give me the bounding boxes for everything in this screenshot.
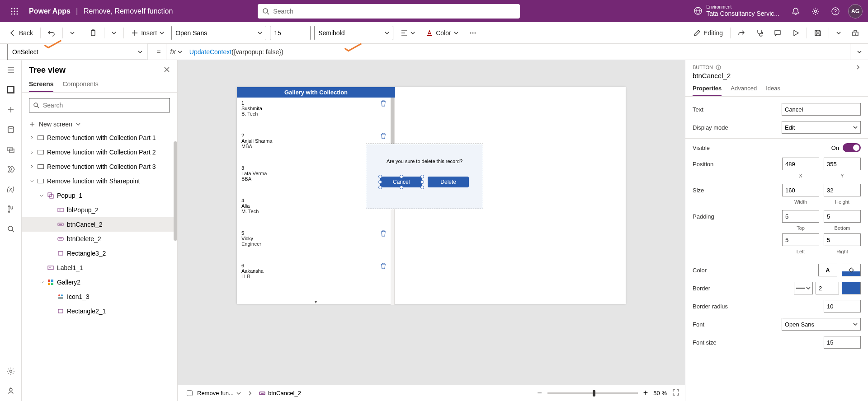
prop-border-style[interactable] bbox=[794, 282, 813, 294]
zoom-in-button[interactable]: + bbox=[643, 388, 648, 398]
control-name[interactable]: btnCancel_2 bbox=[693, 72, 861, 79]
tab-ideas[interactable]: Ideas bbox=[766, 85, 780, 96]
fx-label[interactable]: fx bbox=[166, 44, 185, 60]
notifications-icon[interactable] bbox=[787, 2, 805, 20]
publish-button[interactable] bbox=[848, 28, 863, 38]
prop-displaymode-select[interactable]: Edit bbox=[782, 121, 861, 134]
tab-advanced[interactable]: Advanced bbox=[731, 85, 757, 96]
tree-item[interactable]: Gallery2 bbox=[22, 275, 177, 289]
prop-fill-color[interactable] bbox=[842, 264, 861, 276]
tab-components[interactable]: Components bbox=[62, 80, 98, 92]
virtual-agent-icon[interactable] bbox=[6, 387, 15, 396]
chevron-right-icon[interactable] bbox=[855, 65, 861, 70]
prop-position-x[interactable] bbox=[782, 158, 819, 170]
help-icon[interactable] bbox=[826, 2, 844, 20]
insert-rail-icon[interactable] bbox=[6, 105, 15, 114]
prop-position-y[interactable] bbox=[824, 158, 861, 170]
save-button[interactable] bbox=[811, 28, 825, 38]
tab-screens[interactable]: Screens bbox=[29, 80, 53, 92]
prop-border-color[interactable] bbox=[842, 282, 861, 294]
new-screen-button[interactable]: New screen bbox=[22, 118, 177, 131]
trash-icon[interactable] bbox=[381, 100, 386, 107]
hamburger-icon[interactable] bbox=[6, 65, 15, 75]
waffle-icon[interactable] bbox=[4, 8, 25, 15]
tree-item[interactable]: Rectangle3_2 bbox=[22, 246, 177, 261]
property-select[interactable]: OnSelect bbox=[7, 44, 147, 60]
zoom-slider[interactable] bbox=[547, 392, 638, 394]
prop-size-width[interactable] bbox=[782, 184, 819, 196]
tree-item[interactable]: btnCancel_2 bbox=[22, 217, 177, 232]
search-rail-icon[interactable] bbox=[6, 224, 15, 233]
preview-button[interactable] bbox=[788, 28, 803, 38]
tree-view-icon[interactable] bbox=[6, 85, 15, 94]
settings-icon[interactable] bbox=[807, 2, 825, 20]
prop-padding-left[interactable] bbox=[782, 233, 819, 246]
undo-dropdown[interactable] bbox=[66, 29, 78, 37]
tree-item[interactable]: Icon1_3 bbox=[22, 289, 177, 304]
tree-item[interactable]: Remove function with Collection Part 3 bbox=[22, 159, 177, 174]
checker-button[interactable] bbox=[752, 28, 767, 38]
prop-padding-right[interactable] bbox=[824, 233, 861, 246]
prop-padding-bottom[interactable] bbox=[824, 210, 861, 223]
tree-item[interactable]: Rectangle2_1 bbox=[22, 304, 177, 318]
delete-button[interactable]: Delete bbox=[428, 177, 469, 187]
tree-item[interactable]: Label1_1 bbox=[22, 261, 177, 275]
prop-text-color[interactable]: A bbox=[818, 264, 837, 276]
gallery-item[interactable]: 5VickyEngineer bbox=[237, 228, 394, 260]
environment-picker[interactable]: Environment Tata Consultancy Servic... bbox=[693, 5, 779, 18]
more-options-button[interactable] bbox=[466, 28, 480, 38]
tree-search[interactable] bbox=[29, 98, 170, 112]
trash-icon[interactable] bbox=[381, 263, 386, 270]
prop-text-input[interactable] bbox=[782, 103, 861, 116]
tree-item[interactable]: Popup_1 bbox=[22, 188, 177, 203]
comments-button[interactable] bbox=[770, 28, 785, 38]
prop-border-width[interactable] bbox=[816, 282, 839, 294]
search-input[interactable] bbox=[273, 8, 515, 15]
app-screen[interactable]: Gallery with Collection 1SushmitaB. Tech… bbox=[237, 87, 626, 304]
paste-dropdown[interactable] bbox=[108, 29, 120, 37]
back-button[interactable]: Back bbox=[5, 28, 37, 38]
breadcrumb-control[interactable]: btnCancel_2 bbox=[255, 389, 305, 397]
tree-item[interactable]: lblPopup_2 bbox=[22, 203, 177, 217]
share-button[interactable] bbox=[734, 28, 749, 38]
flow-rail-icon[interactable] bbox=[6, 165, 15, 174]
variables-rail-icon[interactable]: (x) bbox=[6, 185, 15, 194]
font-weight-select[interactable]: Semibold bbox=[314, 26, 393, 40]
undo-button[interactable] bbox=[44, 28, 59, 38]
prop-border-radius-input[interactable] bbox=[824, 300, 861, 312]
avatar[interactable]: AG bbox=[846, 2, 864, 20]
tree-item[interactable]: Remove function with Collection Part 1 bbox=[22, 131, 177, 145]
trash-icon[interactable] bbox=[381, 133, 386, 140]
insert-button[interactable]: Insert bbox=[127, 28, 168, 38]
tree-item[interactable]: btnDelete_2 bbox=[22, 232, 177, 246]
prop-padding-top[interactable] bbox=[782, 210, 819, 223]
tools-rail-icon[interactable] bbox=[6, 205, 15, 214]
media-rail-icon[interactable] bbox=[6, 145, 15, 154]
tab-properties[interactable]: Properties bbox=[693, 85, 722, 96]
prop-fontsize-input[interactable] bbox=[824, 336, 861, 349]
close-tree-button[interactable] bbox=[164, 66, 170, 75]
tree-scrollbar[interactable] bbox=[174, 141, 177, 241]
fit-to-screen-button[interactable] bbox=[672, 389, 679, 397]
paste-button[interactable] bbox=[86, 28, 100, 38]
font-size-input[interactable] bbox=[270, 26, 311, 40]
save-dropdown[interactable] bbox=[833, 29, 844, 37]
tree-item[interactable]: Remove function with Sharepoint bbox=[22, 174, 177, 188]
screen-checkbox[interactable] bbox=[187, 390, 193, 396]
color-picker-button[interactable]: Color bbox=[422, 28, 462, 38]
info-icon[interactable] bbox=[716, 65, 721, 70]
gallery-item[interactable]: 1SushmitaB. Tech bbox=[237, 98, 394, 130]
gallery-item[interactable]: 6AakanshaLLB bbox=[237, 260, 394, 293]
global-search[interactable] bbox=[258, 4, 520, 19]
gallery-next-icon[interactable]: ▾ bbox=[315, 299, 317, 304]
zoom-out-button[interactable]: − bbox=[537, 388, 542, 398]
prop-font-select[interactable]: Open Sans bbox=[782, 318, 861, 331]
tree-search-input[interactable] bbox=[43, 102, 166, 109]
prop-visible-toggle[interactable] bbox=[843, 143, 861, 152]
expand-formula-button[interactable] bbox=[850, 44, 868, 60]
breadcrumb-screen[interactable]: Remove fun... bbox=[183, 389, 245, 397]
prop-size-height[interactable] bbox=[824, 184, 861, 196]
editing-mode-button[interactable]: Editing bbox=[690, 28, 726, 38]
formula-input[interactable]: UpdateContext({varpopup: false}) bbox=[186, 48, 850, 56]
font-select[interactable]: Open Sans bbox=[171, 26, 266, 40]
